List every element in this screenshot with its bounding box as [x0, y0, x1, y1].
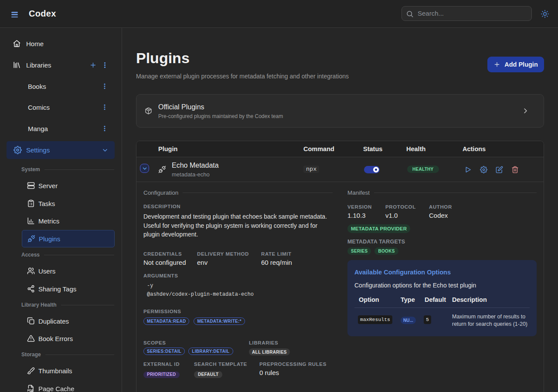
svg-text:PDF: PDF — [27, 389, 34, 392]
